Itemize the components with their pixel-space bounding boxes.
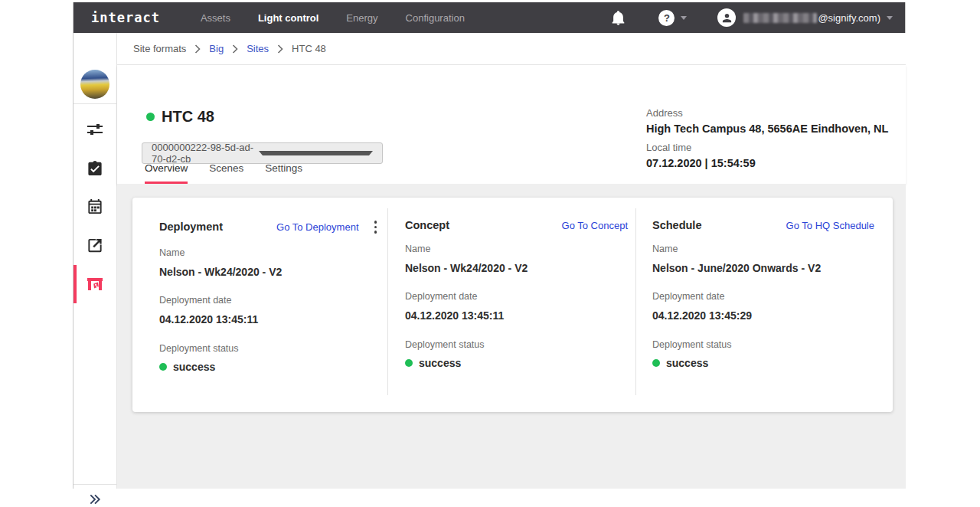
nav-item-assets[interactable]: Assets — [201, 12, 230, 24]
user-avatar-icon — [717, 8, 736, 27]
tune-icon[interactable] — [86, 120, 104, 139]
site-photo-avatar[interactable] — [80, 70, 109, 99]
go-to-deployment-link[interactable]: Go To Deployment — [276, 221, 358, 233]
deployment-status-label: Deployment status — [159, 343, 378, 354]
deployment-status-label: Deployment status — [652, 339, 874, 350]
tab-settings[interactable]: Settings — [265, 161, 302, 184]
notifications-bell-icon[interactable] — [612, 11, 625, 25]
chevron-right-icon — [232, 44, 238, 54]
top-navbar: interact Assets Light control Energy Con… — [74, 2, 905, 33]
tab-scenes[interactable]: Scenes — [209, 161, 243, 184]
help-icon: ? — [658, 10, 675, 26]
name-label: Name — [159, 247, 378, 258]
schedule-name: Nelson - June/2020 Onwards - V2 — [652, 262, 874, 274]
breadcrumb: Site formats Big Sites HTC 48 — [117, 33, 906, 65]
site-photo — [80, 70, 109, 99]
local-time-value: 07.12.2020 | 15:54:59 — [646, 157, 888, 169]
deployment-icon[interactable] — [86, 275, 104, 293]
sidebar-divider-bottom — [74, 484, 116, 485]
clipboard-check-icon[interactable] — [87, 159, 104, 177]
schedule-date: 04.12.2020 13:45:29 — [652, 309, 874, 322]
deployment-status: success — [173, 361, 215, 373]
address-value: High Tech Campus 48, 5656AE Eindhoven, N… — [646, 123, 888, 135]
user-email-suffix: @signify.com) — [818, 12, 880, 24]
tab-bar: Overview Scenes Settings — [117, 161, 302, 184]
name-label: Name — [652, 244, 874, 254]
tab-overview[interactable]: Overview — [145, 161, 188, 184]
sidebar-divider — [74, 103, 116, 104]
name-label: Name — [405, 244, 628, 254]
interact-logo[interactable]: interact — [91, 10, 160, 25]
deployment-title: Deployment — [159, 221, 223, 233]
nav-item-light-control[interactable]: Light control — [258, 12, 318, 24]
success-status-dot — [159, 363, 167, 371]
success-status-dot — [405, 359, 413, 367]
deployment-summary-card: Deployment Go To Deployment Name Nelson … — [132, 198, 893, 412]
expand-sidebar-icon[interactable] — [88, 493, 103, 505]
concept-status: success — [419, 357, 461, 369]
site-header: HTC 48 0000000222-98-5d-ad-70-d2-cb Addr… — [117, 65, 906, 184]
local-time-label: Local time — [646, 142, 888, 153]
app-window: interact Assets Light control Energy Con… — [73, 2, 906, 489]
deployment-section: Deployment Go To Deployment Name Nelson … — [132, 198, 387, 412]
main-nav: Assets Light control Energy Configuratio… — [201, 12, 465, 24]
breadcrumb-current: HTC 48 — [292, 43, 326, 54]
site-status-dot — [146, 113, 155, 121]
breadcrumb-site-formats: Site formats — [133, 43, 186, 54]
help-caret-icon — [681, 16, 687, 20]
deployment-date-label: Deployment date — [652, 291, 874, 302]
schedule-title: Schedule — [652, 219, 701, 231]
site-meta: Address High Tech Campus 48, 5656AE Eind… — [646, 107, 888, 169]
schedule-section: Schedule Go To HQ Schedule Name Nelson -… — [635, 198, 893, 412]
left-sidebar — [74, 33, 117, 489]
deployment-date-label: Deployment date — [159, 295, 378, 306]
kebab-menu-icon[interactable] — [373, 219, 379, 235]
navbar-right: ? @signify.com) — [612, 2, 893, 33]
calendar-icon[interactable] — [87, 198, 104, 215]
concept-section: Concept Go To Concept Name Nelson - Wk24… — [387, 198, 635, 412]
select-caret-icon — [259, 151, 374, 155]
help-menu[interactable]: ? — [658, 10, 687, 26]
go-to-concept-link[interactable]: Go To Concept — [562, 220, 628, 231]
user-name-redacted — [743, 13, 817, 23]
deployment-status-label: Deployment status — [405, 339, 628, 350]
chevron-right-icon — [277, 44, 283, 54]
nav-item-energy[interactable]: Energy — [346, 12, 377, 24]
overview-content: Deployment Go To Deployment Name Nelson … — [117, 184, 906, 489]
concept-date: 04.12.2020 13:45:11 — [405, 309, 628, 322]
success-status-dot — [652, 359, 660, 367]
breadcrumb-big[interactable]: Big — [209, 43, 224, 54]
go-to-hq-schedule-link[interactable]: Go To HQ Schedule — [786, 220, 874, 231]
page-title: HTC 48 — [162, 108, 214, 126]
breadcrumb-sites[interactable]: Sites — [247, 43, 269, 54]
active-item-indicator — [74, 265, 77, 303]
deployment-date: 04.12.2020 13:45:11 — [159, 313, 378, 325]
concept-title: Concept — [405, 219, 449, 231]
deployment-name: Nelson - Wk24/2020 - V2 — [159, 266, 378, 278]
chevron-right-icon — [194, 44, 201, 54]
address-label: Address — [646, 107, 888, 119]
nav-item-configuration[interactable]: Configuration — [406, 12, 465, 24]
user-menu[interactable]: @signify.com) — [717, 8, 893, 27]
deployment-date-label: Deployment date — [405, 291, 628, 302]
main-area: Site formats Big Sites HTC 48 HTC 48 000… — [117, 33, 906, 489]
user-caret-icon — [887, 16, 893, 20]
schedule-status: success — [666, 357, 708, 369]
open-in-new-icon[interactable] — [87, 237, 104, 254]
site-title-row: HTC 48 — [146, 108, 214, 126]
concept-name: Nelson - Wk24/2020 - V2 — [405, 262, 628, 274]
